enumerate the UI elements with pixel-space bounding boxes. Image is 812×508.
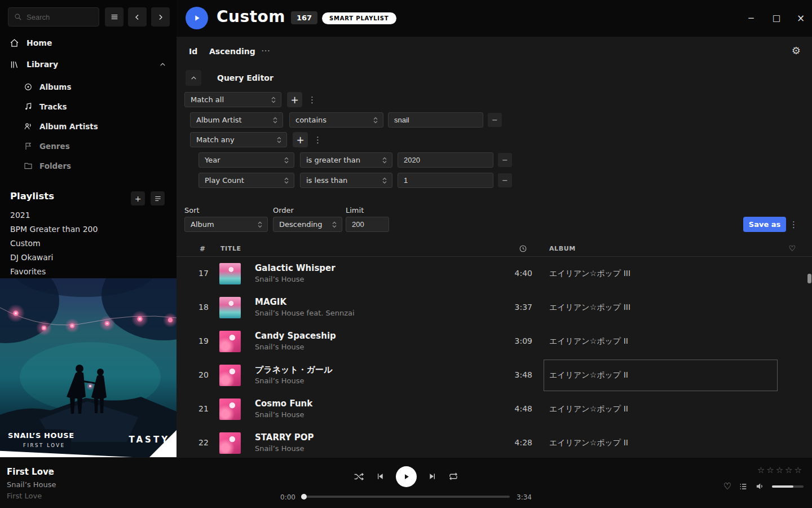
track-row[interactable]: 20 プラネット・ガール Snail’s House 3:48 エイリアン☆ポッ… — [176, 358, 812, 392]
menu-button[interactable] — [105, 7, 123, 27]
folders-icon — [24, 161, 33, 170]
save-menu-button[interactable]: ⋮ — [789, 220, 797, 230]
rule2-value-input[interactable] — [398, 152, 493, 168]
track-title: Cosmo Funk — [255, 398, 312, 409]
track-row[interactable]: 19 Candy Spaceship Snail’s House 3:09 エイ… — [176, 325, 812, 358]
now-playing-menu-button[interactable]: ⋮ — [46, 467, 54, 476]
sort-field-button[interactable]: Id — [189, 47, 197, 56]
star-icon[interactable]: ☆ — [795, 465, 804, 475]
page-title: Custom — [217, 7, 285, 26]
window-minimize-button[interactable]: − — [745, 12, 757, 24]
duration-column-header-clock-icon[interactable] — [519, 244, 527, 253]
add-rule-button-group1[interactable]: + — [287, 92, 302, 107]
scrollbar-thumb[interactable] — [807, 274, 811, 283]
playlist-item-custom[interactable]: Custom — [10, 236, 41, 250]
queue-button[interactable] — [739, 482, 748, 491]
star-icon[interactable]: ☆ — [766, 465, 775, 475]
play-playlist-button[interactable] — [186, 7, 208, 29]
rule2-remove-button[interactable]: − — [498, 153, 512, 167]
save-as-button[interactable]: Save as — [743, 217, 786, 232]
rule1-value-input[interactable] — [388, 112, 483, 128]
track-rating[interactable]: ☆☆☆☆☆ — [757, 465, 804, 475]
track-duration: 4:40 — [493, 269, 532, 278]
sidebar-item-genres[interactable]: Genres — [0, 136, 176, 156]
rule1-remove-button[interactable]: − — [488, 113, 502, 127]
search-input[interactable] — [27, 13, 93, 21]
forward-button[interactable] — [151, 7, 170, 27]
album-column-header[interactable]: ALBUM — [549, 245, 576, 252]
search-box[interactable] — [8, 7, 99, 27]
shuffle-button[interactable] — [354, 471, 364, 482]
playlist-list-button[interactable] — [151, 191, 165, 205]
match-select-group2[interactable]: Match any — [190, 132, 287, 147]
rule2-field-value: Year — [205, 156, 220, 164]
rule3-operator-select[interactable]: is less than — [300, 173, 392, 188]
sidebar-item-tracks[interactable]: Tracks — [0, 97, 176, 116]
add-playlist-button[interactable]: + — [131, 191, 145, 205]
artist-icon — [24, 122, 33, 131]
window-maximize-button[interactable]: □ — [770, 12, 783, 24]
play-pause-button[interactable] — [396, 466, 417, 487]
order-select[interactable]: Descending — [273, 217, 342, 232]
playlist-item-dj-okawari[interactable]: DJ Okawari — [10, 250, 54, 264]
star-icon[interactable]: ☆ — [776, 465, 785, 475]
volume-slider[interactable] — [772, 485, 804, 488]
playlist-item-bpm[interactable]: BPM Greater than 200 — [10, 222, 98, 236]
smart-playlist-badge: SMART PLAYLIST — [322, 12, 396, 24]
play-icon — [192, 14, 201, 23]
rule2-field-select[interactable]: Year — [198, 152, 294, 168]
sidebar-item-folders[interactable]: Folders — [0, 156, 176, 176]
rule1-field-select[interactable]: Album Artist — [190, 112, 283, 128]
window-close-button[interactable]: × — [795, 12, 807, 24]
view-more-button[interactable]: ⋯ — [261, 45, 270, 56]
next-track-button[interactable] — [428, 472, 437, 481]
now-playing-album[interactable]: First Love — [7, 492, 42, 500]
settings-gear-icon[interactable]: ⚙ — [792, 45, 801, 56]
back-button[interactable] — [128, 7, 147, 27]
query-editor-collapse-button[interactable] — [186, 70, 201, 86]
star-icon[interactable]: ☆ — [757, 465, 766, 475]
rule3-value-input[interactable] — [398, 173, 493, 188]
track-row[interactable]: 21 Cosmo Funk Snail’s House 4:48 エイリアン☆ポ… — [176, 392, 812, 426]
track-count-badge: 167 — [291, 11, 317, 24]
sidebar-item-library[interactable]: Library — [0, 54, 176, 75]
seek-bar[interactable] — [302, 496, 510, 498]
favorite-column-header-heart-icon[interactable]: ♡ — [788, 244, 796, 253]
now-playing-cover-art[interactable]: SNAIL’S HOUSE FIRST LOVE TASTY — [0, 278, 176, 457]
track-number: 22 — [193, 438, 214, 447]
playlist-item-favorites[interactable]: Favorites — [10, 264, 46, 278]
group1-menu-button[interactable]: ⋮ — [308, 95, 316, 105]
sidebar-item-home[interactable]: Home — [0, 33, 176, 53]
track-row[interactable]: 22 STARRY POP Snail’s House 4:28 エイリアン☆ポ… — [176, 426, 812, 457]
add-rule-button-group2[interactable]: + — [293, 132, 308, 147]
collapse-chevron-icon[interactable] — [159, 61, 166, 68]
previous-track-button[interactable] — [376, 472, 385, 481]
track-album: エイリアン☆ポップ II — [549, 370, 628, 380]
repeat-button[interactable] — [448, 471, 458, 481]
star-icon[interactable]: ☆ — [785, 465, 794, 475]
title-column-header[interactable]: TITLE — [220, 245, 241, 252]
favorite-heart-button[interactable]: ♡ — [723, 482, 731, 491]
track-row[interactable]: 18 MAGIK Snail’s House feat. Sennzai 3:3… — [176, 291, 812, 325]
number-column-header[interactable]: # — [200, 245, 206, 253]
playlist-item-2021[interactable]: 2021 — [10, 208, 30, 222]
sidebar-item-album-artists[interactable]: Album Artists — [0, 116, 176, 136]
rule2-operator-select[interactable]: is greater than — [300, 152, 392, 168]
sort-select[interactable]: Album — [184, 217, 268, 232]
track-row[interactable]: 17 Galactic Whisper Snail’s House 4:40 エ… — [176, 257, 812, 291]
volume-icon[interactable] — [755, 481, 765, 491]
match-select-group1[interactable]: Match all — [184, 92, 281, 107]
now-playing-artist[interactable]: Snail’s House — [7, 480, 56, 489]
rule3-remove-button[interactable]: − — [498, 173, 512, 187]
sort-direction-button[interactable]: Ascending — [209, 47, 255, 56]
tracks-icon — [24, 102, 33, 111]
rule3-field-select[interactable]: Play Count — [198, 173, 294, 188]
rule1-operator-select[interactable]: contains — [289, 112, 383, 128]
seek-handle[interactable] — [301, 494, 307, 500]
player-bar: First Love ⋮ Snail’s House First Love 0:… — [0, 457, 812, 508]
limit-input[interactable] — [346, 217, 389, 232]
group2-menu-button[interactable]: ⋮ — [314, 135, 321, 145]
sort-label: Sort — [184, 206, 200, 214]
sidebar-item-albums[interactable]: Albums — [0, 77, 176, 97]
query-editor-title: Query Editor — [217, 73, 273, 82]
